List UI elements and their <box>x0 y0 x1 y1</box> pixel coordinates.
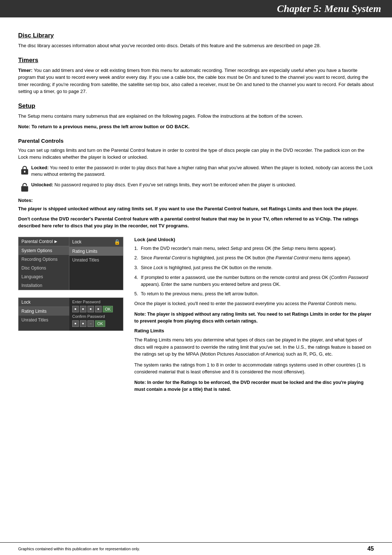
disc-library-title: Disc Library <box>18 32 374 39</box>
timers-text: Timer: You can add timers and view or ed… <box>18 67 374 95</box>
lock-step-1: 1. From the DVD recorder's main menu, se… <box>134 245 374 252</box>
unlocked-icon-container <box>18 182 31 192</box>
dvd-menu-1: Parental Control ▶ System Options Record… <box>18 237 123 290</box>
rating-limits-para2: The system ranks the ratings from 1 to 8… <box>134 361 374 376</box>
setup-title: Setup <box>18 102 374 110</box>
dvd-menu-2-left: Lock Rating Limits Unrated Titles <box>19 298 69 331</box>
page-container: Chapter 5: Menu System Disc Library The … <box>0 0 392 555</box>
lock-note: Once the player is locked, you'll need t… <box>134 300 374 307</box>
dvd-menu-2-header: Lock <box>19 298 69 307</box>
footer-graphics-note: Graphics contained within this publicati… <box>18 547 140 551</box>
page-footer: Graphics contained within this publicati… <box>0 542 392 555</box>
parental-controls-section: Parental Controls You can set up ratings… <box>18 138 374 230</box>
note1: The player is shipped unlocked without a… <box>18 205 374 212</box>
unlocked-item: Unlocked: No password required to play d… <box>18 182 374 192</box>
dvd-menu-1-left: Parental Control ▶ System Options Record… <box>19 237 69 290</box>
locked-item: Locked: You need to enter the password i… <box>18 165 374 178</box>
note2: Don't confuse the DVD recorder's Parenta… <box>18 215 374 230</box>
confirm-pwd-box-3[interactable]: – <box>87 320 94 327</box>
dvd-menu-1-right-header: Lock 🔒 <box>69 237 123 247</box>
setup-section: Setup The Setup menu contains many subme… <box>18 102 374 130</box>
dvd-menu-2-row: Lock Rating Limits Unrated Titles Enter … <box>19 298 123 331</box>
timers-bold-label: Timer: <box>18 68 33 73</box>
unlocked-icon <box>21 182 29 192</box>
unrated-titles-item[interactable]: Unrated Titles <box>69 256 123 264</box>
menu-instructions-row: Parental Control ▶ System Options Record… <box>18 237 374 397</box>
unlocked-label: Unlocked: <box>31 182 53 187</box>
disc-options-item[interactable]: Disc Options <box>19 264 69 272</box>
enter-password-label: Enter Password <box>72 300 120 304</box>
unrated-titles-item-2[interactable]: Unrated Titles <box>19 316 69 324</box>
confirm-password-label: Confirm Password <box>72 314 120 319</box>
lock-label-2: Lock <box>21 300 30 305</box>
confirm-pwd-box-2[interactable]: ■ <box>80 320 86 327</box>
disc-library-section: Disc Library The disc library accesses i… <box>18 32 374 49</box>
dvd-menu-2-right: Enter Password ■ ■ ■ ■ OK Confirm Passwo… <box>69 298 123 331</box>
lock-bold-note: Note: The player is shipped without any … <box>134 311 374 325</box>
rating-limits-para1: The Rating Limits menu lets you determin… <box>134 336 374 358</box>
parental-controls-text: You can set up ratings limits and turn o… <box>18 147 374 161</box>
confirm-pwd-box-1[interactable]: ■ <box>72 320 79 327</box>
lock-instructions-title: Lock (and Unlock) <box>134 237 374 242</box>
locked-label: Locked: <box>31 165 49 170</box>
enter-password-boxes: ■ ■ ■ ■ OK <box>72 306 120 312</box>
lock-step-2: 2. Since Parental Control is highlighted… <box>134 255 374 262</box>
svg-rect-1 <box>24 171 25 173</box>
rating-limits-title: Rating Limits <box>134 328 374 333</box>
chapter-title: Chapter 5: Menu System <box>277 3 381 14</box>
lock-icon-small: 🔒 <box>114 239 120 245</box>
instructions-column: Lock (and Unlock) 1. From the DVD record… <box>134 237 374 397</box>
disc-library-text: The disc library accesses information ab… <box>18 42 374 49</box>
pwd-box-3[interactable]: ■ <box>87 306 94 312</box>
lock-step-5: 5. To return to the previous menu, press… <box>134 291 374 297</box>
notes-header: Notes: <box>18 198 374 203</box>
lock-step-4: 4. If prompted to enter a password, use … <box>134 274 374 288</box>
pwd-box-2[interactable]: ■ <box>80 306 86 312</box>
pwd-box-4[interactable]: ■ <box>95 306 102 312</box>
lock-label: Lock <box>72 239 81 244</box>
lock-steps-list: 1. From the DVD recorder's main menu, se… <box>134 245 374 298</box>
unlocked-text: Unlocked: No password required to play d… <box>31 182 374 189</box>
enter-ok-button[interactable]: OK <box>103 306 113 312</box>
setup-intro: The Setup menu contains many submenus th… <box>18 113 374 120</box>
timers-title: Timers <box>18 57 374 64</box>
languages-item[interactable]: Languages <box>19 272 69 281</box>
timers-section: Timers Timer: You can add timers and vie… <box>18 57 374 95</box>
dvd-menu-2: Lock Rating Limits Unrated Titles Enter … <box>18 297 123 331</box>
rating-limits-item-2[interactable]: Rating Limits <box>19 307 69 316</box>
pwd-box-1[interactable]: ■ <box>72 306 79 312</box>
dvd-menu-1-row: Parental Control ▶ System Options Record… <box>19 237 123 290</box>
locked-icon <box>21 165 29 175</box>
page-number: 45 <box>367 546 374 552</box>
locked-text: Locked: You need to enter the password i… <box>31 165 374 178</box>
dvd-menu-1-header: Parental Control ▶ <box>19 237 69 246</box>
unlocked-description: No password required to play discs. Even… <box>54 182 296 187</box>
rating-limits-note: Note: In order for the Ratings to be enf… <box>134 379 374 393</box>
recording-options-item[interactable]: Recording Options <box>19 255 69 264</box>
installation-item[interactable]: Installation <box>19 281 69 290</box>
chapter-header: Chapter 5: Menu System <box>0 0 392 17</box>
confirm-password-boxes: ■ ■ – OK <box>72 320 120 327</box>
parental-control-label: Parental Control <box>21 239 53 244</box>
timers-body: You can add timers and view or edit exis… <box>18 68 373 94</box>
setup-note: Note: To return to a previous menu, pres… <box>18 123 374 130</box>
system-options-item[interactable]: System Options <box>19 246 69 255</box>
lock-step-3: 3. Since Lock is highlighted, just press… <box>134 264 374 271</box>
confirm-ok-button[interactable]: OK <box>95 320 105 327</box>
rating-limits-item[interactable]: Rating Limits <box>69 247 123 256</box>
svg-rect-2 <box>21 186 28 191</box>
menu-column: Parental Control ▶ System Options Record… <box>18 237 123 397</box>
main-content: Disc Library The disc library accesses i… <box>0 17 392 425</box>
locked-description: You need to enter the password in order … <box>31 165 373 177</box>
parental-controls-title: Parental Controls <box>18 138 374 144</box>
locked-icon-container <box>18 165 31 175</box>
dvd-menu-1-right: Lock 🔒 Rating Limits Unrated Titles <box>69 237 123 290</box>
dvd-arrow-icon: ▶ <box>54 239 57 243</box>
